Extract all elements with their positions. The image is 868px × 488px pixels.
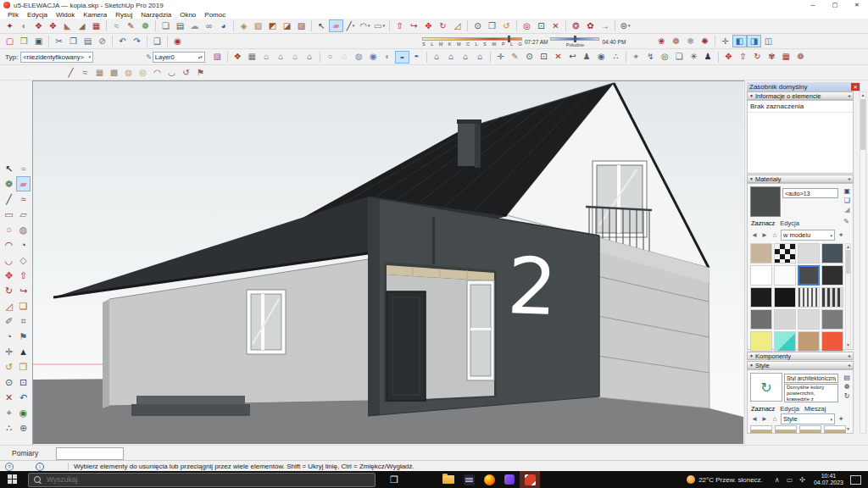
layer-edit-icon[interactable]: ✎	[146, 53, 152, 61]
material-swatch-12[interactable]	[821, 287, 843, 308]
zoom-tool[interactable]: ⊙	[470, 19, 485, 32]
tray-scrollbar[interactable]: ▲	[860, 92, 866, 434]
material-swatch-3[interactable]	[798, 243, 820, 263]
dropdown-arrow-icon[interactable]: ▾	[353, 24, 355, 28]
section-header-entity-info[interactable]: ▼ Informacje o elemencie ◄	[747, 92, 854, 100]
lp-axes[interactable]: ✛	[2, 344, 16, 359]
sketchup-taskbar-button[interactable]	[520, 471, 540, 488]
porch-opening[interactable]	[384, 262, 497, 402]
lp-zoom-window[interactable]: ⊡	[16, 374, 31, 390]
menu-okno[interactable]: Okno	[175, 11, 200, 19]
scene-1[interactable]: ⌂	[259, 51, 274, 64]
arc-tool[interactable]: ◠▾	[358, 19, 372, 32]
lp-arc[interactable]: ◠	[2, 237, 16, 252]
dropdown-arrow-icon[interactable]: ▾	[382, 24, 385, 28]
eraser-tool[interactable]: ▰	[329, 19, 343, 32]
tray-chevron-icon[interactable]: ∧	[775, 476, 780, 484]
scroll-up-icon[interactable]: ▲	[861, 92, 865, 98]
view-iso[interactable]: ◧	[732, 35, 747, 47]
material-swatch-11[interactable]	[798, 287, 820, 308]
weather-text[interactable]: 22°C Przew. słonecz.	[698, 476, 763, 484]
sandbox-from-contours[interactable]: ◈	[236, 19, 251, 32]
weather-sun-icon[interactable]	[687, 475, 695, 484]
detail-arrow-icon[interactable]: ◄	[847, 353, 851, 358]
tray-tab-2[interactable]: Edycja	[780, 405, 799, 413]
model-info[interactable]: ◉	[170, 35, 185, 47]
tray-tab-1[interactable]: Zaznacz	[751, 219, 775, 227]
style-thumbnail-1[interactable]	[750, 425, 772, 434]
sample-corner-icon[interactable]: ◢	[844, 206, 849, 214]
zoom-extents-tool[interactable]: ✕	[548, 19, 563, 32]
layer-dropdown[interactable]: Layer0 ▴▾	[153, 52, 205, 63]
lp-rotated-rect[interactable]: ▱	[16, 207, 31, 222]
axes-small[interactable]: ✛	[493, 51, 508, 64]
sandbox-from-scratch[interactable]: ▧	[251, 19, 265, 32]
section-header-styles[interactable]: ▼ Style ◄	[747, 361, 854, 369]
smoove-tool[interactable]: ◩	[265, 19, 280, 32]
home-icon[interactable]: ⌂	[771, 231, 779, 239]
make-component[interactable]: ✦	[3, 19, 17, 32]
rotate-red[interactable]: ↻	[750, 51, 765, 64]
back-arrow-icon[interactable]: ◄	[750, 231, 759, 239]
lp-offset[interactable]: ❏	[16, 298, 31, 313]
sb-circle-1[interactable]: ◍	[121, 66, 136, 79]
sb-arc-down[interactable]: ◡	[164, 66, 179, 79]
material-swatch-14[interactable]	[774, 309, 796, 330]
save-style-icon[interactable]: ▤	[843, 374, 850, 381]
help-circle-icon[interactable]: ?	[5, 463, 14, 471]
material-swatch-13[interactable]	[750, 309, 772, 330]
menu-widok[interactable]: Widok	[52, 11, 79, 19]
classifier-tool[interactable]: ▨	[210, 51, 225, 64]
notification-center-icon[interactable]	[850, 475, 861, 485]
lp-push-pull[interactable]: ⇧	[16, 268, 31, 283]
style-shaded[interactable]: ◍	[352, 51, 366, 64]
create-material-icon[interactable]: ▣	[843, 187, 850, 195]
list-view-icon[interactable]: ✦	[837, 415, 845, 423]
search-input[interactable]	[45, 474, 303, 485]
previous-view[interactable]: ↩	[565, 51, 580, 64]
stand-up[interactable]: ♟	[580, 51, 594, 64]
paste-tool[interactable]: ▤	[81, 35, 95, 47]
home-lock-icon[interactable]: ⌂	[771, 415, 779, 423]
lp-orbit[interactable]: ↺	[2, 359, 16, 374]
brush-red[interactable]: ✾	[765, 51, 779, 64]
lp-select[interactable]: ↖	[2, 161, 16, 176]
lp-eraser[interactable]: ▰	[16, 176, 31, 191]
lp-rotate[interactable]: ↻	[2, 283, 16, 298]
material-swatch-7[interactable]	[798, 265, 820, 286]
walk-small[interactable]: ∴	[609, 51, 623, 64]
lp-zoom[interactable]: ⊙	[2, 374, 16, 390]
model-viewport[interactable]: 2	[32, 80, 744, 445]
material-swatch-6[interactable]	[774, 265, 796, 286]
follow-me-tool[interactable]: ↪	[407, 19, 421, 32]
asterisk-tool[interactable]: ✳	[687, 51, 701, 64]
viewport-3d[interactable]: 2	[33, 81, 743, 444]
move-red[interactable]: ✥	[721, 51, 736, 64]
sample-paint-icon[interactable]: ✎	[843, 218, 849, 225]
material-swatch-20[interactable]	[821, 331, 843, 352]
lp-dimension[interactable]: ⌗	[16, 313, 31, 329]
style-xray[interactable]: ◒	[395, 51, 409, 64]
send-to-layout[interactable]: →	[598, 19, 612, 32]
date-slider-track[interactable]	[422, 37, 522, 41]
axes-tool[interactable]: ✛	[718, 35, 732, 47]
open-file[interactable]: ❒	[17, 35, 31, 47]
hand-red[interactable]: ❁	[793, 51, 808, 64]
task-view-button[interactable]: ❐	[384, 471, 404, 488]
fog-dark[interactable]: ⌂	[473, 51, 487, 64]
front-steps[interactable]	[131, 396, 250, 416]
classification-type-dropdown[interactable]: <niezidentyfikowany> ▾	[20, 52, 93, 63]
window-panels[interactable]: ▦	[245, 51, 259, 64]
material-swatch-15[interactable]	[798, 309, 820, 330]
info-circle-icon[interactable]: i	[36, 463, 44, 471]
vegetation-tool[interactable]: ❁	[138, 19, 153, 32]
share-model[interactable]: ✿	[583, 19, 598, 32]
lp-walk[interactable]: ∴	[2, 420, 16, 435]
back-arrow-icon[interactable]: ◄	[750, 415, 759, 423]
scroll-down-icon[interactable]: ▼	[846, 342, 850, 347]
forward-arrow-icon[interactable]: ►	[760, 231, 769, 239]
taskbar-search[interactable]	[28, 473, 376, 487]
zoom-extents-small[interactable]: ✕	[551, 51, 565, 64]
paint-style-icon[interactable]: ❁	[844, 383, 850, 391]
material-replace[interactable]: ▦	[89, 19, 103, 32]
